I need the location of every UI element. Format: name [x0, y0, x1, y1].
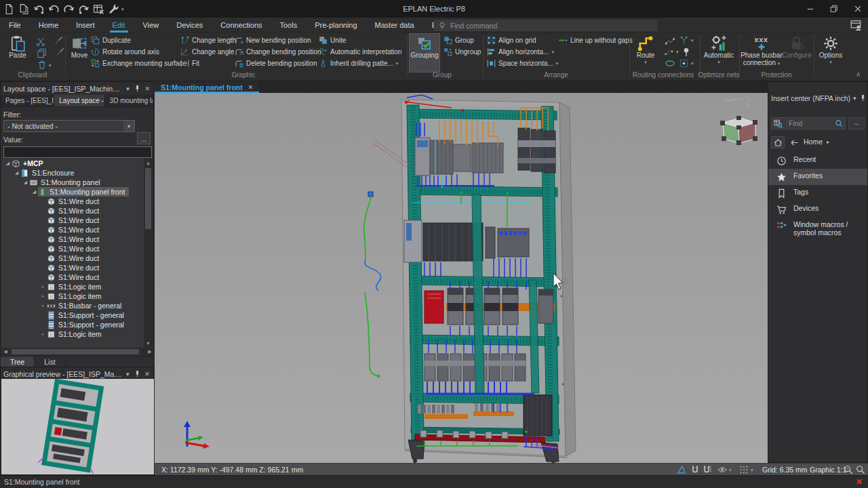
scroll-down-icon[interactable]: ▼: [144, 340, 153, 347]
filter-more-button[interactable]: ...: [137, 132, 151, 144]
home-button[interactable]: [771, 136, 785, 148]
filter-dropdown[interactable]: - Not activated - ▾: [3, 120, 135, 132]
delete-button[interactable]: [37, 60, 47, 70]
expander-icon[interactable]: ▸: [39, 331, 47, 337]
expander-icon[interactable]: ◢: [13, 170, 20, 176]
line-up-without-gaps-button[interactable]: Line up without gaps: [559, 35, 633, 45]
ungroup-button[interactable]: Ungroup: [443, 47, 481, 57]
panel-close-icon[interactable]: ✕: [144, 84, 151, 93]
align-horizontal-button[interactable]: Align horizonta...▾: [487, 47, 554, 57]
insert-center-search[interactable]: [786, 117, 846, 129]
route-segment-button[interactable]: ▾: [665, 47, 679, 57]
user-view-icon[interactable]: [850, 19, 863, 31]
inherit-drilling-pattern-button[interactable]: Inherit drilling patte...▾: [319, 58, 398, 68]
3d-viewport[interactable]: [155, 93, 768, 463]
filter-dropdown-caret[interactable]: ▾: [123, 121, 134, 131]
space-horizontal-button[interactable]: Space horizonta...▾: [487, 58, 558, 68]
menu-tab-edit[interactable]: Edit: [104, 18, 134, 33]
tree-item-s1-wire-duct[interactable]: S1:Wire duct: [1, 263, 145, 272]
expander-icon[interactable]: ◢: [22, 180, 29, 185]
route-split-button[interactable]: ▾: [679, 35, 694, 45]
automatic-button[interactable]: Automatic ▾: [703, 34, 735, 72]
grouping-button[interactable]: Grouping: [410, 34, 439, 72]
delete-bending-position-button[interactable]: Delete bending position: [235, 58, 317, 68]
new-page-icon[interactable]: [3, 3, 15, 15]
tree-item-s1-wire-duct[interactable]: S1:Wire duct: [1, 272, 145, 282]
exchange-mounting-surface-button[interactable]: Exchange mounting surface: [91, 58, 186, 68]
undo-icon[interactable]: [48, 3, 60, 15]
unite-button[interactable]: Unite: [319, 35, 346, 45]
pin-icon[interactable]: [859, 94, 867, 102]
zoom-out-icon[interactable]: [844, 465, 853, 474]
expander-icon[interactable]: ▸: [39, 293, 47, 299]
value-input[interactable]: [3, 146, 152, 158]
tree-item-s1-mounting-panel[interactable]: ◢S1:Mounting panel: [1, 178, 145, 187]
snap-angle-icon[interactable]: [677, 465, 686, 474]
scrollbar-thumb[interactable]: [145, 168, 151, 229]
options-button[interactable]: Options ▾: [816, 34, 845, 72]
tree-item-s1-wire-duct[interactable]: S1:Wire duct: [1, 253, 145, 263]
redo-list-icon[interactable]: [78, 3, 90, 15]
rotate-around-axis-button[interactable]: Rotate around axis: [91, 47, 159, 57]
tree-item-s1-busbar-general[interactable]: ▸S1:Busbar - general: [1, 301, 145, 310]
menu-tab-pre-planning[interactable]: Pre-planning: [306, 18, 366, 33]
restore-button[interactable]: [824, 0, 844, 18]
tree-item-s1-enclosure[interactable]: ◢S1:Enclosure: [1, 168, 145, 178]
tree-item-s1-logic-item[interactable]: ▸S1:Logic item: [1, 291, 145, 301]
tree-item-s1-wire-duct[interactable]: S1:Wire duct: [1, 206, 145, 216]
insert-center-item-recent[interactable]: Recent: [768, 152, 867, 169]
cut-button[interactable]: [35, 37, 46, 47]
insert-center-item-window-macros-symbol-macros[interactable]: Window macros / symbol macros: [768, 218, 867, 239]
move-button[interactable]: Move: [66, 34, 92, 72]
scroll-up-icon[interactable]: ▲: [144, 159, 153, 167]
panel-menu-caret[interactable]: ▾: [125, 84, 132, 93]
group-button[interactable]: Group: [443, 35, 474, 45]
menu-tab-home[interactable]: Home: [30, 18, 67, 33]
insert-center-more-button[interactable]: ...: [848, 117, 865, 129]
tree-item-s1-wire-duct[interactable]: S1:Wire duct: [1, 244, 145, 253]
tree-vertical-scrollbar[interactable]: ▲ ▼: [144, 159, 153, 348]
tree-item-s1-wire-duct[interactable]: S1:Wire duct: [1, 216, 145, 225]
find-in-table-button[interactable]: [771, 117, 785, 129]
minimize-button[interactable]: [800, 0, 821, 18]
menu-tab-master-data[interactable]: Master data: [366, 18, 423, 33]
document-tab[interactable]: S1:Mounting panel front ✕: [155, 81, 259, 93]
grid-caret[interactable]: ▾: [751, 468, 753, 472]
redo-icon[interactable]: [63, 3, 75, 15]
device-table-icon[interactable]: [93, 3, 104, 15]
route-button[interactable]: Route ▾: [632, 34, 659, 72]
breadcrumb[interactable]: Home ▸: [804, 138, 829, 146]
ribbon-collapse-icon[interactable]: ∧: [856, 70, 861, 78]
find-command-input[interactable]: [450, 22, 654, 30]
tree-item-s1-wire-duct[interactable]: S1:Wire duct: [1, 235, 145, 244]
tree-item-s1-mounting-panel-front[interactable]: ◢S1:Mounting panel front: [1, 187, 145, 197]
copy-button[interactable]: [37, 48, 47, 58]
panel-menu-caret[interactable]: ▾: [124, 369, 131, 378]
visibility-caret[interactable]: ▾: [729, 468, 732, 472]
navigator-tab-pages-ees-is[interactable]: Pages - [EES]_IS...: [1, 95, 54, 106]
tools-icon[interactable]: [108, 3, 119, 15]
connection-ring-button[interactable]: [665, 58, 675, 68]
zoom-in-icon[interactable]: [856, 465, 865, 474]
navigator-tab-layout-space[interactable]: Layout space - [...: [54, 95, 104, 106]
format-painter-small-button[interactable]: [54, 47, 65, 57]
expander-icon[interactable]: ◢: [31, 189, 38, 195]
delete-caret[interactable]: ▾: [49, 63, 52, 68]
menu-tab-devices[interactable]: Devices: [167, 18, 212, 33]
tree-item-s1-support-general[interactable]: S1:Support - general: [1, 320, 145, 329]
preview-viewport[interactable]: [1, 379, 154, 474]
route-path-button[interactable]: [665, 35, 675, 45]
scroll-right-icon[interactable]: ▶: [146, 349, 154, 354]
placement-point-button[interactable]: [681, 47, 692, 57]
insert-center-item-tags[interactable]: Tags: [768, 185, 867, 201]
tree-item-mcp[interactable]: ◢+MCP: [1, 159, 145, 168]
tree-item-s1-logic-item[interactable]: ▸S1:Logic item: [1, 282, 145, 291]
align-on-grid-button[interactable]: Align on grid: [487, 35, 536, 45]
close-button[interactable]: [848, 0, 868, 18]
panel-close-icon[interactable]: ✕: [144, 369, 151, 378]
tree-item-s1-logic-item[interactable]: ▸S1:Logic item: [1, 329, 145, 339]
change-length-button[interactable]: Change length: [180, 35, 236, 45]
menu-tab-view[interactable]: View: [134, 18, 168, 33]
visibility-icon[interactable]: [717, 465, 727, 474]
expander-icon[interactable]: ▸: [39, 284, 47, 289]
